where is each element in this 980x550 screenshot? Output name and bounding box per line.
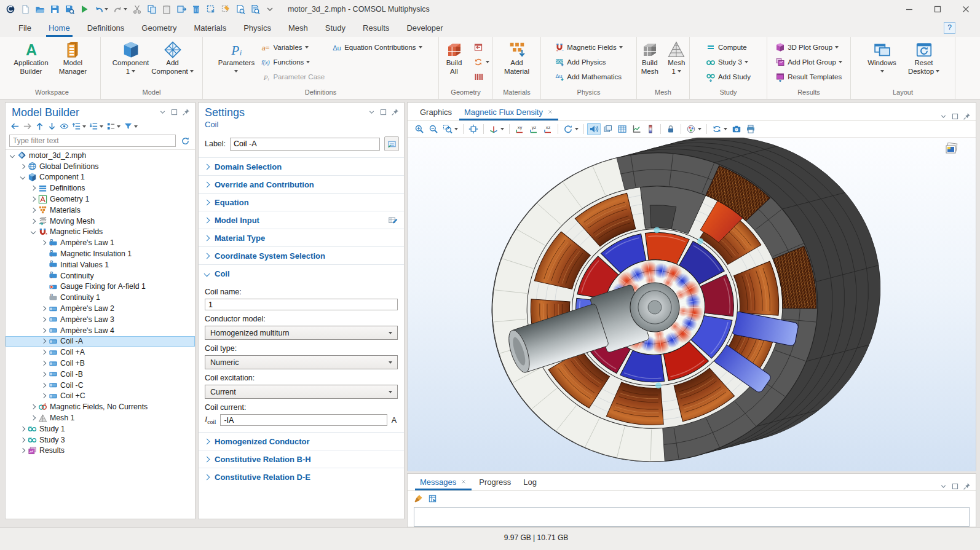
tree-item-continuity[interactable]: Continuity	[6, 270, 195, 281]
section-model-input[interactable]: Model Input	[199, 211, 404, 229]
tree-item-moving-mesh[interactable]: Moving Mesh	[6, 216, 195, 227]
tree-item-coil-c[interactable]: Coil +C	[6, 391, 195, 402]
functions-button[interactable]: Functions	[258, 55, 328, 69]
ribbon-tab-home[interactable]: Home	[40, 18, 79, 37]
tree-collapsed-chevron-icon[interactable]	[39, 372, 48, 376]
magnetic-fields-button[interactable]: Magnetic Fields	[551, 41, 626, 54]
ribbon-tab-physics[interactable]: Physics	[235, 18, 280, 37]
select-box-icon[interactable]	[204, 3, 218, 15]
tree-item-initial-values-1[interactable]: Initial Values 1	[6, 259, 195, 270]
minimize-button[interactable]	[895, 0, 923, 18]
add-component-button[interactable]: AddComponent	[152, 39, 193, 77]
down-icon[interactable]	[46, 120, 58, 132]
coil-excitation-select[interactable]: Current	[205, 385, 398, 399]
tree-collapsed-chevron-icon[interactable]	[29, 186, 38, 190]
tree-collapsed-chevron-icon[interactable]	[18, 427, 27, 431]
tree-item-coil-c[interactable]: Coil -C	[6, 380, 195, 391]
coil-current-input[interactable]	[220, 414, 387, 426]
tree-collapsed-chevron-icon[interactable]	[29, 208, 38, 212]
expand-icon[interactable]	[88, 120, 105, 132]
ribbon-tab-geometry[interactable]: Geometry	[133, 18, 185, 37]
tree-collapsed-chevron-icon[interactable]	[39, 318, 48, 321]
save-icon[interactable]	[48, 3, 61, 15]
tree-item-global-definitions[interactable]: Global Definitions	[6, 161, 195, 172]
logo-icon[interactable]	[4, 3, 17, 15]
tree-collapsed-chevron-icon[interactable]	[39, 383, 48, 387]
tree-item-magnetic-fields-no-currents[interactable]: Magnetic Fields, No Currents	[6, 401, 195, 412]
pin-panel-icon[interactable]	[182, 108, 190, 116]
view-yz-icon[interactable]	[527, 123, 540, 135]
plot-axes-icon[interactable]	[630, 123, 643, 135]
tree-collapsed-chevron-icon[interactable]	[39, 350, 48, 354]
ribbon-tab-file[interactable]: File	[10, 18, 40, 37]
model-manager-button[interactable]: ModelManager	[53, 39, 93, 77]
tree-item-amp-re-s-law-2[interactable]: Ampère's Law 2	[6, 303, 195, 314]
tree-item-definitions[interactable]: Definitions	[6, 183, 195, 194]
ribbon-tab-materials[interactable]: Materials	[185, 18, 235, 37]
tree-collapsed-chevron-icon[interactable]	[29, 405, 38, 409]
zoom-extents-icon[interactable]	[467, 123, 480, 135]
tree-collapsed-chevron-icon[interactable]	[39, 394, 48, 398]
tab-graphics[interactable]: Graphics	[414, 103, 458, 120]
tree-item-amp-re-s-law-1[interactable]: Ampère's Law 1	[6, 237, 195, 248]
clear-messages-icon[interactable]	[413, 493, 424, 505]
duplicate-icon[interactable]	[175, 3, 188, 15]
section-homogenized-conductor[interactable]: Homogenized Conductor	[199, 432, 404, 450]
help-button[interactable]: ?	[944, 22, 955, 34]
add-physics-button[interactable]: Add Physics	[551, 55, 626, 69]
tree-item-amp-re-s-law-3[interactable]: Ampère's Law 3	[6, 314, 195, 325]
zoom-box-icon[interactable]	[441, 123, 460, 135]
more-icon[interactable]	[263, 3, 277, 15]
view-xy-icon[interactable]	[513, 123, 526, 135]
close-tab-icon[interactable]	[547, 109, 553, 115]
ribbon-tab-mesh[interactable]: Mesh	[280, 18, 317, 37]
up-icon[interactable]	[34, 120, 45, 132]
section-constitutive-relation-bh[interactable]: Constitutive Relation B-H	[199, 450, 404, 468]
equation-contributions-button[interactable]: Equation Contributions	[329, 41, 425, 54]
lock-view-icon[interactable]	[664, 123, 678, 135]
table-surface-icon[interactable]	[615, 123, 629, 135]
build-mesh-button[interactable]: BuildMesh	[637, 39, 663, 77]
close-button[interactable]	[952, 0, 980, 18]
compute-button[interactable]: Compute	[703, 41, 754, 54]
variables-button[interactable]: Variables	[258, 41, 328, 54]
panel-menu-icon[interactable]	[939, 482, 947, 490]
conductor-model-select[interactable]: Homogenized multiturn	[205, 326, 398, 340]
panel-menu-icon[interactable]	[939, 112, 947, 120]
pin-panel-icon[interactable]	[963, 112, 971, 120]
tree-collapsed-chevron-icon[interactable]	[29, 197, 38, 201]
tab-magnetic-flux-density[interactable]: Magnetic Flux Density	[458, 103, 559, 120]
add-material-button[interactable]: AddMaterial	[497, 39, 537, 77]
section-override-and-contribution[interactable]: Override and Contribution	[199, 175, 404, 193]
delete-icon[interactable]	[189, 3, 203, 15]
section-coil[interactable]: Coil	[199, 264, 404, 282]
close-tab-icon[interactable]	[460, 479, 467, 485]
filter-icon[interactable]	[122, 120, 139, 132]
add-mathematics-button[interactable]: Add Mathematics	[551, 70, 626, 84]
view-xz-icon[interactable]	[541, 123, 555, 135]
new-icon[interactable]	[18, 3, 32, 15]
tree-collapsed-chevron-icon[interactable]	[18, 438, 27, 442]
tree-item-magnetic-insulation-1[interactable]: Magnetic Insulation 1	[6, 248, 195, 259]
clear-selection-icon[interactable]	[219, 3, 232, 15]
tree-item-component-1[interactable]: Component 1	[6, 172, 195, 183]
show-icon[interactable]	[58, 120, 70, 132]
ribbon-tab-definitions[interactable]: Definitions	[79, 18, 133, 37]
build-all-button[interactable]: BuildAll	[439, 39, 469, 77]
tab-messages[interactable]: Messages	[414, 473, 473, 490]
pin-panel-icon[interactable]	[963, 482, 971, 490]
collapse-icon[interactable]	[71, 120, 87, 132]
geom-details-button[interactable]	[470, 70, 492, 84]
cut-icon[interactable]	[130, 3, 144, 15]
tree-item-coil-a[interactable]: Coil -A	[6, 336, 195, 347]
mesh-1-button[interactable]: Mesh1	[664, 39, 690, 77]
section-equation[interactable]: Equation	[199, 193, 404, 211]
ribbon-tab-results[interactable]: Results	[354, 18, 398, 37]
geom-rebuild-button[interactable]	[470, 55, 492, 69]
run-icon[interactable]	[77, 3, 91, 15]
tree-item-magnetic-fields[interactable]: Magnetic Fields	[6, 227, 195, 238]
save-find-icon[interactable]	[63, 3, 76, 15]
ribbon-tab-developer[interactable]: Developer	[398, 18, 451, 37]
zoom-in-icon[interactable]	[413, 123, 426, 135]
tab-log[interactable]: Log	[517, 473, 543, 490]
